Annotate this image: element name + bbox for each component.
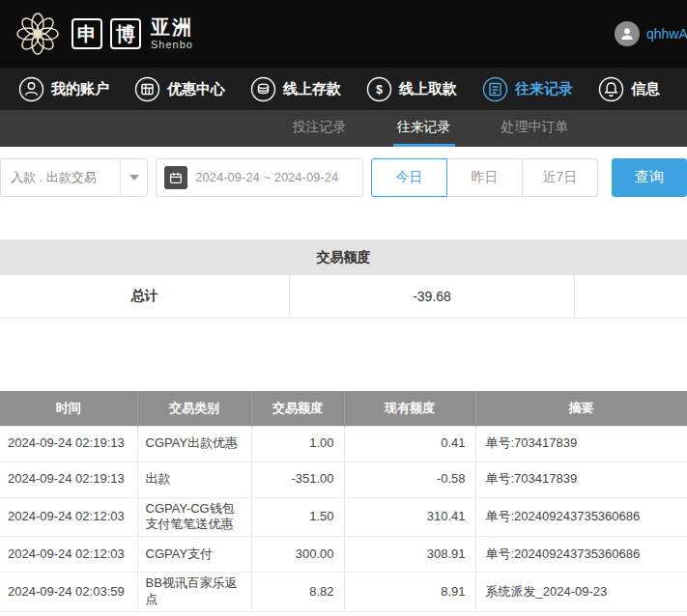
summary-header: 交易额度 (0, 239, 687, 275)
cell-amount: -351.00 (251, 462, 344, 497)
nav-item-transaction-records[interactable]: 往来记录 (470, 68, 586, 110)
summary-row: 总计 -39.68 (0, 275, 687, 319)
deposit-icon (250, 76, 276, 102)
quick-range-yesterday[interactable]: 昨日 (446, 158, 523, 197)
cell-balance: 0.41 (344, 426, 475, 462)
quick-range-today[interactable]: 今日 (371, 158, 447, 197)
brand-subtitle: Shenbo (151, 39, 193, 50)
cell-amount: 1.50 (251, 497, 344, 537)
records-icon (482, 76, 508, 102)
filter-bar: 入款 . 出款交易 2024-09-24 ~ 2024-09-24 今日 昨日 … (0, 147, 687, 208)
svg-text:$: $ (376, 83, 383, 97)
cell-time: 2024-09-24 02:19:13 (0, 426, 137, 462)
user-account-area[interactable]: qhhwA (615, 21, 687, 46)
cell-note: 单号:703417839 (475, 426, 687, 462)
column-header-time: 时间 (0, 391, 137, 426)
table-row: 2024-09-24 02:12:03 CGPAY支付 300.00 308.9… (0, 537, 687, 573)
cell-balance: 8.91 (344, 573, 475, 612)
tab-transaction-records[interactable]: 往来记录 (393, 110, 455, 147)
nav-item-my-account[interactable]: 我的账户 (6, 68, 122, 110)
quick-range-group: 今日 昨日 近7日 (371, 158, 598, 197)
summary-total-label: 总计 (0, 275, 290, 318)
table-row: 2024-09-24 02:03:59 BB视讯百家乐返点 8.82 8.91 … (0, 573, 687, 612)
brand-suffix-text: 亚洲 (151, 16, 193, 38)
brand-logo[interactable]: 申 博 亚洲 Shenbo (12, 8, 193, 60)
cell-category: CGPAY-CG钱包支付笔笔送优惠 (137, 497, 251, 537)
summary-total-value: -39.68 (290, 275, 575, 318)
cell-amount: 1.00 (251, 426, 344, 462)
table-row: 2024-09-24 02:12:03 CGPAY-CG钱包支付笔笔送优惠 1.… (0, 497, 687, 537)
nav-item-messages[interactable]: 信息 (586, 68, 673, 110)
nav-item-online-deposit[interactable]: 线上存款 (238, 68, 354, 110)
cell-category: CGPAY出款优惠 (137, 426, 251, 462)
nav-label: 优惠中心 (167, 80, 225, 98)
search-button[interactable]: 查询 (612, 158, 687, 197)
summary-empty-cell (575, 275, 687, 318)
cell-category: BB视讯百家乐返点 (137, 573, 251, 612)
chevron-down-icon (120, 159, 147, 196)
bell-icon (598, 76, 624, 102)
withdraw-icon: $ (366, 76, 392, 102)
sub-navigation: 投注记录 往来记录 处理中订单 (0, 110, 687, 147)
page: 申 博 亚洲 Shenbo qhhwA 我的账户 (0, 0, 687, 612)
cell-note: 系统派发_2024-09-23 (475, 573, 687, 612)
records-table: 时间 交易类别 交易额度 现有额度 摘要 2024-09-24 02:19:13… (0, 391, 687, 612)
nav-label: 信息 (631, 80, 660, 98)
column-header-category: 交易类别 (137, 391, 251, 426)
spacer (0, 208, 687, 239)
user-icon (18, 76, 44, 102)
column-header-balance: 现有额度 (344, 391, 475, 426)
user-icon (619, 26, 635, 42)
nav-label: 线上存款 (283, 80, 341, 98)
table-row: 2024-09-24 02:19:13 出款 -351.00 -0.58 单号:… (0, 462, 687, 497)
cell-time: 2024-09-24 02:03:59 (0, 573, 137, 612)
cell-time: 2024-09-24 02:19:13 (0, 462, 137, 497)
cell-amount: 300.00 (251, 537, 344, 573)
summary-table: 交易额度 总计 -39.68 (0, 239, 687, 319)
nav-label: 往来记录 (515, 80, 573, 98)
column-header-amount: 交易额度 (251, 391, 344, 426)
cell-note: 单号:703417839 (475, 462, 687, 497)
cell-time: 2024-09-24 02:12:03 (0, 537, 137, 573)
nav-item-online-withdrawal[interactable]: $ 线上取款 (354, 68, 470, 110)
cell-amount: 8.82 (251, 573, 344, 612)
date-range-input[interactable]: 2024-09-24 ~ 2024-09-24 (156, 158, 363, 197)
cell-balance: -0.58 (344, 462, 475, 497)
tab-bet-records[interactable]: 投注记录 (289, 110, 351, 147)
nav-label: 我的账户 (51, 80, 109, 98)
brand-char-bo: 博 (110, 18, 141, 49)
nav-label: 线上取款 (399, 80, 457, 98)
cell-note: 单号:202409243735360686 (475, 497, 687, 537)
nav-item-promotions[interactable]: 优惠中心 (122, 68, 238, 110)
table-row: 2024-09-24 02:19:13 CGPAY出款优惠 1.00 0.41 … (0, 426, 687, 462)
brand-flower-icon (12, 8, 64, 60)
coupon-icon (134, 76, 160, 102)
records-table-header: 时间 交易类别 交易额度 现有额度 摘要 (0, 391, 687, 426)
main-navigation: 我的账户 优惠中心 线上存款 $ 线上取款 (0, 68, 687, 110)
cell-category: 出款 (137, 462, 251, 497)
calendar-icon (164, 166, 187, 189)
top-header: 申 博 亚洲 Shenbo qhhwA (0, 0, 687, 68)
cell-balance: 310.41 (344, 497, 475, 537)
cell-category: CGPAY支付 (137, 537, 251, 573)
cell-note: 单号:202409243735360686 (475, 537, 687, 573)
cell-time: 2024-09-24 02:12:03 (0, 497, 137, 537)
transaction-type-select[interactable]: 入款 . 出款交易 (0, 158, 148, 197)
brand-char-shen: 申 (72, 18, 102, 49)
tab-pending-orders[interactable]: 处理中订单 (498, 110, 573, 147)
date-range-value: 2024-09-24 ~ 2024-09-24 (195, 170, 338, 184)
username-link[interactable]: qhhwA (646, 26, 687, 42)
column-header-note: 摘要 (475, 391, 687, 426)
spacer (0, 319, 687, 391)
user-avatar[interactable] (615, 21, 640, 46)
cell-balance: 308.91 (344, 537, 475, 573)
transaction-type-value: 入款 . 出款交易 (1, 169, 120, 186)
quick-range-last7days[interactable]: 近7日 (522, 158, 598, 197)
